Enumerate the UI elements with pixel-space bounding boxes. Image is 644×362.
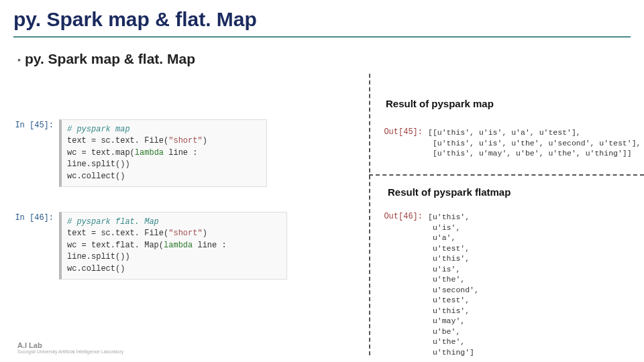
code-line: # pyspark map — [67, 125, 130, 134]
prompt-out-46: Out[46]: — [380, 212, 423, 221]
result-map-label: Result of pyspark map — [386, 98, 494, 109]
logo-sub: Soongsil University Artificial Intellige… — [17, 349, 123, 354]
code-line: wc = text.map(lambda line : line.split()… — [67, 147, 261, 171]
result-flatmap-label: Result of pyspark flatmap — [388, 186, 511, 198]
code-line: # pyspark flat. Map — [67, 217, 159, 227]
code-block-45: # pyspark map text = sc.text. File("shor… — [59, 119, 267, 187]
prompt-in-45: In [45]: — [13, 121, 54, 130]
vertical-divider — [369, 74, 370, 355]
logo: A.I Lab Soongsil University Artificial I… — [17, 341, 123, 354]
code-line: text = sc.text. File("short") — [67, 135, 261, 147]
code-line: text = sc.text. File("short") — [67, 228, 281, 239]
bullet-icon: ▪ — [17, 54, 21, 65]
subtitle-text: py. Spark map & flat. Map — [25, 51, 195, 66]
subtitle: ▪py. Spark map & flat. Map — [0, 38, 644, 67]
code-line: wc.collect() — [67, 263, 281, 275]
code-block-46: # pyspark flat. Map text = sc.text. File… — [59, 212, 287, 280]
code-line: wc = text.flat. Map(lambda line : line.s… — [67, 240, 281, 263]
code-line: wc.collect() — [67, 171, 261, 182]
horizontal-divider — [369, 174, 644, 176]
prompt-out-45: Out[45]: — [380, 127, 423, 137]
content-area: In [45]: # pyspark map text = sc.text. F… — [0, 67, 644, 355]
output-46: [u'this', u'is', u'a', u'test', u'this',… — [428, 212, 479, 357]
page-title: py. Spark map & flat. Map — [0, 0, 644, 36]
prompt-in-46: In [46]: — [13, 213, 54, 223]
output-45: [[u'this', u'is', u'a', u'test'], [u'thi… — [428, 127, 641, 159]
logo-main: A.I Lab — [17, 341, 42, 349]
